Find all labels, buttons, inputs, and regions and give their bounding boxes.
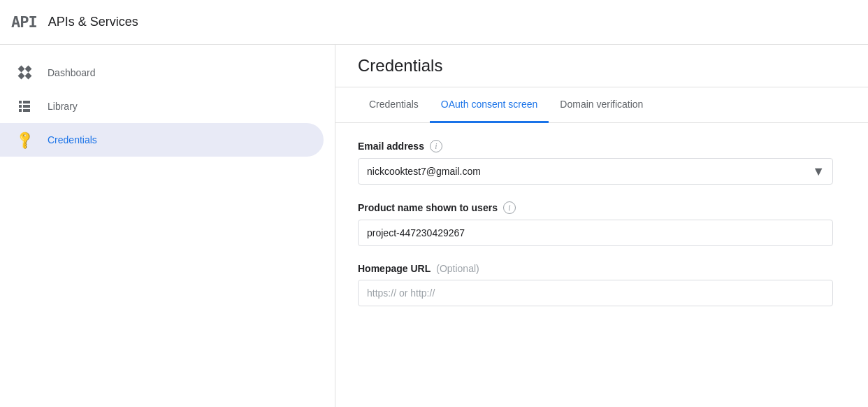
- sidebar-label-credentials: Credentials: [48, 134, 97, 145]
- email-form-group: Email address i nickcooktest7@gmail.com …: [358, 140, 846, 185]
- product-name-input[interactable]: [358, 220, 833, 246]
- main-layout: Dashboard Library 🔑 Credentials Credenti…: [0, 45, 868, 407]
- key-icon: 🔑: [17, 131, 34, 148]
- api-logo-icon: API: [11, 13, 37, 31]
- form-area: Email address i nickcooktest7@gmail.com …: [335, 123, 868, 340]
- tab-oauth-consent[interactable]: OAuth consent screen: [430, 87, 549, 123]
- homepage-optional-label: (Optional): [436, 263, 479, 274]
- sidebar-label-library: Library: [48, 101, 78, 112]
- sidebar-item-library[interactable]: Library: [0, 90, 324, 123]
- dashboard-icon: [17, 64, 34, 81]
- content-area: Credentials Credentials OAuth consent sc…: [335, 45, 868, 407]
- header: API APIs & Services: [0, 0, 868, 45]
- sidebar-label-dashboard: Dashboard: [48, 67, 96, 78]
- product-name-help-icon[interactable]: i: [503, 201, 516, 214]
- homepage-form-group: Homepage URL (Optional): [358, 263, 846, 306]
- library-icon: [17, 98, 34, 115]
- page-title: Credentials: [358, 56, 846, 76]
- email-help-icon[interactable]: i: [430, 140, 442, 152]
- product-name-form-group: Product name shown to users i: [358, 201, 846, 246]
- sidebar-item-credentials[interactable]: 🔑 Credentials: [0, 123, 324, 157]
- sidebar: Dashboard Library 🔑 Credentials: [0, 45, 335, 407]
- homepage-input[interactable]: [358, 280, 833, 306]
- content-header: Credentials: [335, 45, 868, 87]
- email-select[interactable]: nickcooktest7@gmail.com: [358, 158, 833, 185]
- logo: API: [11, 13, 37, 31]
- tab-credentials[interactable]: Credentials: [358, 87, 430, 123]
- email-select-wrapper: nickcooktest7@gmail.com ▼: [358, 158, 833, 185]
- sidebar-item-dashboard[interactable]: Dashboard: [0, 56, 324, 90]
- email-label: Email address i: [358, 140, 846, 152]
- tabs-bar: Credentials OAuth consent screen Domain …: [335, 87, 868, 123]
- homepage-label: Homepage URL (Optional): [358, 263, 846, 274]
- tab-domain-verification[interactable]: Domain verification: [549, 87, 654, 123]
- app-title: APIs & Services: [48, 15, 138, 29]
- product-name-label: Product name shown to users i: [358, 201, 846, 214]
